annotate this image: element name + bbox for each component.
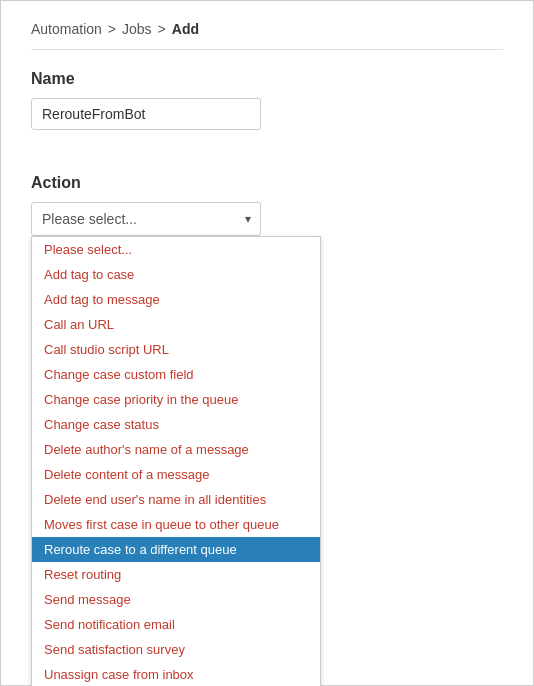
- action-section: Action Please select... ▾ Please select.…: [31, 174, 503, 236]
- dropdown-option-add-tag-message[interactable]: Add tag to message: [32, 287, 320, 312]
- breadcrumb-add: Add: [172, 21, 199, 37]
- action-label: Action: [31, 174, 503, 192]
- dropdown-option-call-studio-url[interactable]: Call studio script URL: [32, 337, 320, 362]
- breadcrumb-automation: Automation: [31, 21, 102, 37]
- action-dropdown-wrapper: Please select... ▾ Please select... Add …: [31, 202, 261, 236]
- dropdown-option-reroute-case[interactable]: Reroute case to a different queue: [32, 537, 320, 562]
- name-input[interactable]: [31, 98, 261, 130]
- breadcrumb-separator-1: >: [108, 21, 116, 37]
- dropdown-selected-text: Please select...: [42, 211, 137, 227]
- dropdown-option-change-case-status[interactable]: Change case status: [32, 412, 320, 437]
- dropdown-option-change-case-custom-field[interactable]: Change case custom field: [32, 362, 320, 387]
- page-wrapper: Automation > Jobs > Add Name Action Plea…: [0, 0, 534, 686]
- dropdown-option-call-url[interactable]: Call an URL: [32, 312, 320, 337]
- dropdown-option-reset-routing[interactable]: Reset routing: [32, 562, 320, 587]
- breadcrumb-jobs: Jobs: [122, 21, 152, 37]
- name-label: Name: [31, 70, 503, 88]
- dropdown-option-send-message[interactable]: Send message: [32, 587, 320, 612]
- dropdown-option-send-satisfaction-survey[interactable]: Send satisfaction survey: [32, 637, 320, 662]
- breadcrumb: Automation > Jobs > Add: [31, 21, 503, 50]
- dropdown-option-send-notification-email[interactable]: Send notification email: [32, 612, 320, 637]
- dropdown-option-unassign-case-inbox[interactable]: Unassign case from inbox: [32, 662, 320, 686]
- action-dropdown[interactable]: Please select...: [31, 202, 261, 236]
- dropdown-option-moves-first-case[interactable]: Moves first case in queue to other queue: [32, 512, 320, 537]
- dropdown-option-change-case-priority[interactable]: Change case priority in the queue: [32, 387, 320, 412]
- breadcrumb-separator-2: >: [158, 21, 166, 37]
- dropdown-option-delete-author-name[interactable]: Delete author's name of a message: [32, 437, 320, 462]
- dropdown-option-delete-end-user-name[interactable]: Delete end user's name in all identities: [32, 487, 320, 512]
- action-dropdown-list: Please select... Add tag to case Add tag…: [31, 236, 321, 686]
- dropdown-option-delete-content[interactable]: Delete content of a message: [32, 462, 320, 487]
- dropdown-option-add-tag-case[interactable]: Add tag to case: [32, 262, 320, 287]
- dropdown-option-placeholder[interactable]: Please select...: [32, 237, 320, 262]
